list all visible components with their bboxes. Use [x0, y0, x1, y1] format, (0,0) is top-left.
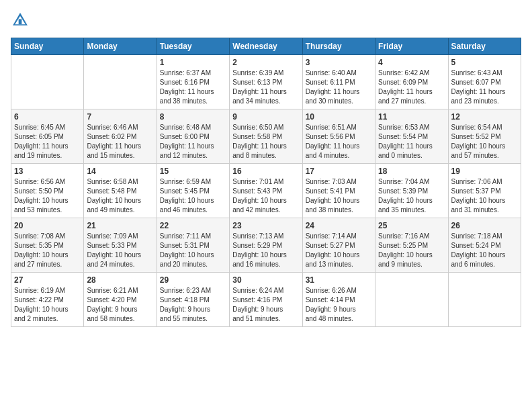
- day-number: 27: [14, 275, 81, 285]
- day-number: 5: [451, 58, 518, 67]
- calendar-cell: 19Sunrise: 7:06 AM Sunset: 5:37 PM Dayli…: [448, 164, 521, 218]
- day-info: Sunrise: 6:40 AM Sunset: 6:11 PM Dayligh…: [306, 68, 372, 106]
- day-number: 1: [160, 58, 226, 67]
- calendar-cell: 18Sunrise: 7:04 AM Sunset: 5:39 PM Dayli…: [375, 164, 448, 218]
- day-info: Sunrise: 7:03 AM Sunset: 5:41 PM Dayligh…: [306, 177, 372, 215]
- day-number: 22: [160, 221, 226, 230]
- calendar-cell: 14Sunrise: 6:58 AM Sunset: 5:48 PM Dayli…: [84, 164, 157, 218]
- weekday-header-row: SundayMondayTuesdayWednesdayThursdayFrid…: [11, 38, 521, 55]
- day-number: 7: [87, 112, 153, 122]
- calendar-cell: 21Sunrise: 7:09 AM Sunset: 5:33 PM Dayli…: [84, 218, 157, 273]
- weekday-header-saturday: Saturday: [448, 38, 521, 55]
- day-number: 12: [451, 112, 518, 122]
- day-info: Sunrise: 6:50 AM Sunset: 5:58 PM Dayligh…: [232, 123, 299, 161]
- day-info: Sunrise: 6:21 AM Sunset: 4:20 PM Dayligh…: [87, 286, 153, 324]
- day-number: 9: [232, 112, 299, 122]
- logo: [11, 11, 32, 30]
- calendar-cell: 11Sunrise: 6:53 AM Sunset: 5:54 PM Dayli…: [375, 109, 448, 164]
- day-number: 26: [451, 221, 518, 230]
- calendar-cell: 23Sunrise: 7:13 AM Sunset: 5:29 PM Dayli…: [230, 218, 302, 273]
- calendar-cell: 8Sunrise: 6:48 AM Sunset: 6:00 PM Daylig…: [157, 109, 229, 164]
- calendar-cell: 25Sunrise: 7:16 AM Sunset: 5:25 PM Dayli…: [375, 218, 448, 273]
- calendar-cell: 5Sunrise: 6:43 AM Sunset: 6:07 PM Daylig…: [448, 55, 521, 109]
- day-info: Sunrise: 6:53 AM Sunset: 5:54 PM Dayligh…: [378, 123, 445, 161]
- calendar-cell: 28Sunrise: 6:21 AM Sunset: 4:20 PM Dayli…: [84, 273, 157, 327]
- day-number: 31: [306, 275, 372, 285]
- day-number: 23: [232, 221, 299, 230]
- calendar-table: SundayMondayTuesdayWednesdayThursdayFrid…: [11, 38, 521, 327]
- day-info: Sunrise: 7:04 AM Sunset: 5:39 PM Dayligh…: [378, 177, 445, 215]
- calendar-cell: 15Sunrise: 6:59 AM Sunset: 5:45 PM Dayli…: [157, 164, 229, 218]
- week-row-4: 20Sunrise: 7:08 AM Sunset: 5:35 PM Dayli…: [11, 218, 521, 273]
- week-row-3: 13Sunrise: 6:56 AM Sunset: 5:50 PM Dayli…: [11, 164, 521, 218]
- calendar-cell: 16Sunrise: 7:01 AM Sunset: 5:43 PM Dayli…: [230, 164, 302, 218]
- calendar-cell: [375, 273, 448, 327]
- calendar-cell: 27Sunrise: 6:19 AM Sunset: 4:22 PM Dayli…: [11, 273, 84, 327]
- weekday-header-sunday: Sunday: [11, 38, 84, 55]
- day-info: Sunrise: 6:42 AM Sunset: 6:09 PM Dayligh…: [378, 68, 445, 106]
- week-row-2: 6Sunrise: 6:45 AM Sunset: 6:05 PM Daylig…: [11, 109, 521, 164]
- day-number: 2: [232, 58, 299, 67]
- day-number: 3: [306, 58, 372, 67]
- calendar-cell: 6Sunrise: 6:45 AM Sunset: 6:05 PM Daylig…: [11, 109, 84, 164]
- day-number: 21: [87, 221, 153, 230]
- day-info: Sunrise: 7:11 AM Sunset: 5:31 PM Dayligh…: [160, 232, 226, 269]
- day-info: Sunrise: 6:56 AM Sunset: 5:50 PM Dayligh…: [14, 177, 81, 215]
- calendar-cell: 22Sunrise: 7:11 AM Sunset: 5:31 PM Dayli…: [157, 218, 229, 273]
- day-number: 16: [232, 167, 299, 176]
- day-info: Sunrise: 6:19 AM Sunset: 4:22 PM Dayligh…: [14, 286, 81, 324]
- svg-rect-2: [19, 19, 22, 24]
- day-info: Sunrise: 6:24 AM Sunset: 4:16 PM Dayligh…: [232, 286, 299, 324]
- day-info: Sunrise: 7:06 AM Sunset: 5:37 PM Dayligh…: [451, 177, 518, 215]
- day-info: Sunrise: 6:59 AM Sunset: 5:45 PM Dayligh…: [160, 177, 226, 215]
- calendar-cell: 17Sunrise: 7:03 AM Sunset: 5:41 PM Dayli…: [302, 164, 375, 218]
- day-number: 6: [14, 112, 81, 122]
- day-info: Sunrise: 7:14 AM Sunset: 5:27 PM Dayligh…: [306, 232, 372, 269]
- day-number: 10: [306, 112, 372, 122]
- day-info: Sunrise: 6:39 AM Sunset: 6:13 PM Dayligh…: [232, 68, 299, 106]
- day-info: Sunrise: 6:43 AM Sunset: 6:07 PM Dayligh…: [451, 68, 518, 106]
- week-row-5: 27Sunrise: 6:19 AM Sunset: 4:22 PM Dayli…: [11, 273, 521, 327]
- day-number: 19: [451, 167, 518, 176]
- calendar-cell: 26Sunrise: 7:18 AM Sunset: 5:24 PM Dayli…: [448, 218, 521, 273]
- day-info: Sunrise: 6:37 AM Sunset: 6:16 PM Dayligh…: [160, 68, 226, 106]
- day-number: 29: [160, 275, 226, 285]
- day-number: 25: [378, 221, 445, 230]
- calendar-cell: 13Sunrise: 6:56 AM Sunset: 5:50 PM Dayli…: [11, 164, 84, 218]
- day-info: Sunrise: 7:09 AM Sunset: 5:33 PM Dayligh…: [87, 232, 153, 269]
- logo-icon: [11, 11, 30, 30]
- weekday-header-friday: Friday: [375, 38, 448, 55]
- weekday-header-monday: Monday: [84, 38, 157, 55]
- calendar-cell: 7Sunrise: 6:46 AM Sunset: 6:02 PM Daylig…: [84, 109, 157, 164]
- calendar-cell: 12Sunrise: 6:54 AM Sunset: 5:52 PM Dayli…: [448, 109, 521, 164]
- day-info: Sunrise: 6:58 AM Sunset: 5:48 PM Dayligh…: [87, 177, 153, 215]
- day-info: Sunrise: 6:45 AM Sunset: 6:05 PM Dayligh…: [14, 123, 81, 161]
- page-header: [11, 11, 521, 30]
- calendar-cell: [448, 273, 521, 327]
- day-number: 28: [87, 275, 153, 285]
- day-number: 15: [160, 167, 226, 176]
- day-info: Sunrise: 6:46 AM Sunset: 6:02 PM Dayligh…: [87, 123, 153, 161]
- day-number: 18: [378, 167, 445, 176]
- weekday-header-wednesday: Wednesday: [230, 38, 302, 55]
- day-info: Sunrise: 7:16 AM Sunset: 5:25 PM Dayligh…: [378, 232, 445, 269]
- day-info: Sunrise: 6:26 AM Sunset: 4:14 PM Dayligh…: [306, 286, 372, 324]
- calendar-cell: 3Sunrise: 6:40 AM Sunset: 6:11 PM Daylig…: [302, 55, 375, 109]
- calendar-cell: [11, 55, 84, 109]
- calendar-cell: 31Sunrise: 6:26 AM Sunset: 4:14 PM Dayli…: [302, 273, 375, 327]
- calendar-cell: [84, 55, 157, 109]
- day-number: 13: [14, 167, 81, 176]
- day-info: Sunrise: 7:01 AM Sunset: 5:43 PM Dayligh…: [232, 177, 299, 215]
- calendar-cell: 9Sunrise: 6:50 AM Sunset: 5:58 PM Daylig…: [230, 109, 302, 164]
- calendar-cell: 30Sunrise: 6:24 AM Sunset: 4:16 PM Dayli…: [230, 273, 302, 327]
- calendar-cell: 2Sunrise: 6:39 AM Sunset: 6:13 PM Daylig…: [230, 55, 302, 109]
- day-info: Sunrise: 6:23 AM Sunset: 4:18 PM Dayligh…: [160, 286, 226, 324]
- day-number: 24: [306, 221, 372, 230]
- day-info: Sunrise: 7:13 AM Sunset: 5:29 PM Dayligh…: [232, 232, 299, 269]
- calendar-cell: 24Sunrise: 7:14 AM Sunset: 5:27 PM Dayli…: [302, 218, 375, 273]
- day-number: 8: [160, 112, 226, 122]
- day-number: 17: [306, 167, 372, 176]
- day-number: 30: [232, 275, 299, 285]
- week-row-1: 1Sunrise: 6:37 AM Sunset: 6:16 PM Daylig…: [11, 55, 521, 109]
- calendar-cell: 4Sunrise: 6:42 AM Sunset: 6:09 PM Daylig…: [375, 55, 448, 109]
